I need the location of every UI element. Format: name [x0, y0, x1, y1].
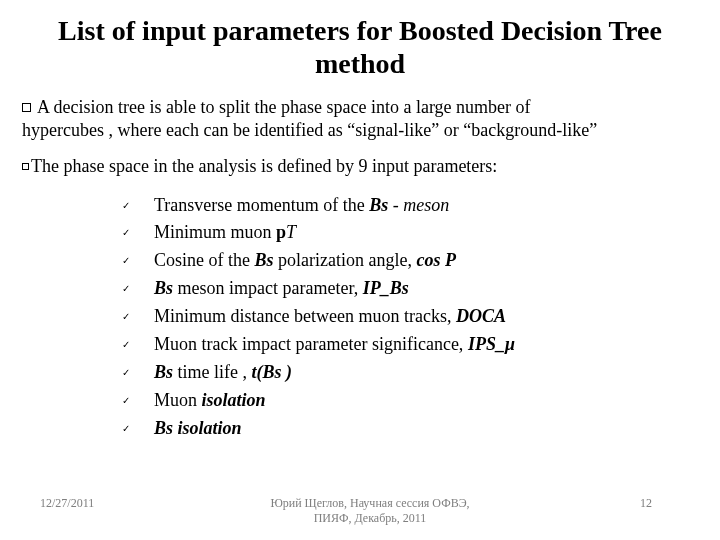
check-icon: ✓ — [122, 359, 154, 381]
text: Cosine of the — [154, 250, 255, 270]
item-text: Bs time life , t(Bs ) — [154, 359, 698, 387]
check-icon: ✓ — [122, 219, 154, 241]
paragraph-2-text: The phase space in the analysis is defin… — [31, 156, 497, 176]
text: Bs — [154, 362, 173, 382]
text: Bs — [255, 250, 274, 270]
footer-center-line-2: ПИЯФ, Декабрь, 2011 — [314, 511, 427, 525]
item-text: Minimum muon pT — [154, 219, 698, 247]
slide: List of input parameters for Boosted Dec… — [0, 0, 720, 540]
text: - — [388, 195, 403, 215]
footer: 12/27/2011 Юрий Щеглов, Научная сессия О… — [0, 496, 720, 526]
footer-center: Юрий Щеглов, Научная сессия ОФВЭ, ПИЯФ, … — [140, 496, 600, 526]
text: Bs — [369, 195, 388, 215]
item-text: Bs meson impact parameter, IP_Bs — [154, 275, 698, 303]
check-icon: ✓ — [122, 387, 154, 409]
list-item: ✓ Minimum muon pT — [122, 219, 698, 247]
item-text: Muon isolation — [154, 387, 698, 415]
text: isolation — [202, 390, 266, 410]
slide-title: List of input parameters for Boosted Dec… — [22, 14, 698, 80]
item-text: Transverse momentum of the Bs - meson — [154, 192, 698, 220]
paragraph-1: A decision tree is able to split the pha… — [22, 96, 698, 141]
text: Minimum muon — [154, 222, 276, 242]
paragraph-1-line-1: A decision tree is able to split the pha… — [37, 97, 531, 117]
check-icon: ✓ — [122, 192, 154, 214]
item-text: Bs isolation — [154, 415, 698, 443]
text: Muon — [154, 390, 202, 410]
list-item: ✓ Minimum distance between muon tracks, … — [122, 303, 698, 331]
list-item: ✓ Muon track impact parameter significan… — [122, 331, 698, 359]
text: DOCA — [456, 306, 506, 326]
text: Transverse momentum of the — [154, 195, 369, 215]
footer-center-line-1: Юрий Щеглов, Научная сессия ОФВЭ, — [270, 496, 469, 510]
list-item: ✓ Bs meson impact parameter, IP_Bs — [122, 275, 698, 303]
text: time life , — [173, 362, 251, 382]
text: meson — [403, 195, 449, 215]
item-text: Minimum distance between muon tracks, DO… — [154, 303, 698, 331]
text: Minimum distance between muon tracks, — [154, 306, 456, 326]
footer-date: 12/27/2011 — [0, 496, 140, 511]
parameter-list: ✓ Transverse momentum of the Bs - meson … — [122, 192, 698, 443]
check-icon: ✓ — [122, 415, 154, 437]
paragraph-2: The phase space in the analysis is defin… — [22, 155, 698, 178]
text: t(Bs ) — [252, 362, 293, 382]
item-text: Cosine of the Bs polarization angle, cos… — [154, 247, 698, 275]
square-bullet-icon — [22, 163, 29, 170]
text: Bs — [154, 278, 173, 298]
list-item: ✓ Muon isolation — [122, 387, 698, 415]
paragraph-1-line-2: hypercubes , where each can be identifie… — [22, 120, 597, 140]
square-bullet-icon — [22, 103, 31, 112]
list-item: ✓ Transverse momentum of the Bs - meson — [122, 192, 698, 220]
check-icon: ✓ — [122, 331, 154, 353]
text: Muon track impact parameter significance… — [154, 334, 468, 354]
footer-page-number: 12 — [600, 496, 720, 511]
check-icon: ✓ — [122, 275, 154, 297]
check-icon: ✓ — [122, 247, 154, 269]
text: IP_Bs — [363, 278, 409, 298]
text: p — [276, 222, 286, 242]
list-item: ✓ Bs isolation — [122, 415, 698, 443]
text: meson impact parameter, — [173, 278, 363, 298]
text: cos P — [416, 250, 456, 270]
text: T — [286, 222, 296, 242]
text: IPS_μ — [468, 334, 515, 354]
check-icon: ✓ — [122, 303, 154, 325]
text: Bs isolation — [154, 418, 242, 438]
item-text: Muon track impact parameter significance… — [154, 331, 698, 359]
list-item: ✓ Cosine of the Bs polarization angle, c… — [122, 247, 698, 275]
text: polarization angle, — [274, 250, 417, 270]
list-item: ✓ Bs time life , t(Bs ) — [122, 359, 698, 387]
